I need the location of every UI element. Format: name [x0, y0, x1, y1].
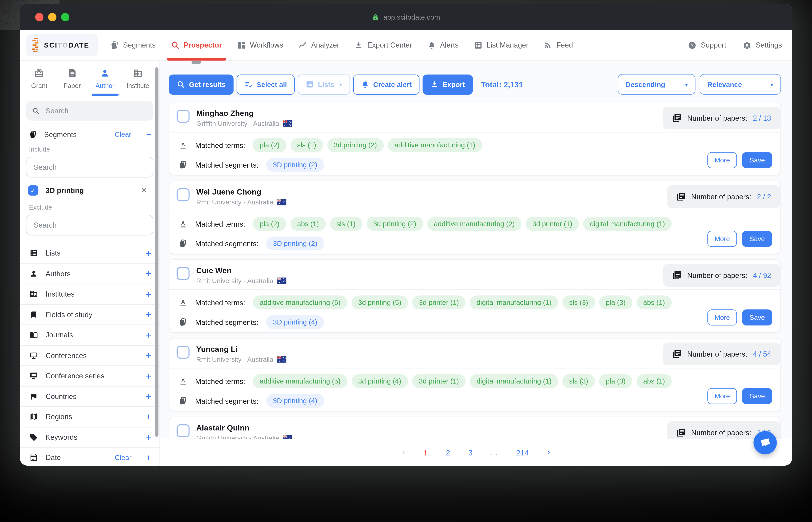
tab-grant[interactable]: Grant	[23, 64, 56, 96]
matched-segment-pill[interactable]: 3D printing (4)	[266, 315, 324, 329]
matched-term-pill[interactable]: additive manufacturing (5)	[253, 374, 347, 388]
page-button-214[interactable]: 214	[516, 448, 529, 457]
checkbox-checked[interactable]: ✓	[28, 185, 38, 196]
include-search[interactable]	[26, 157, 153, 178]
plus-icon[interactable]: +	[146, 432, 151, 442]
matched-term-pill[interactable]: abs (1)	[636, 296, 672, 309]
more-button[interactable]: More	[707, 231, 737, 247]
row-checkbox[interactable]	[177, 346, 190, 359]
sidebar-filter-journals[interactable]: Journals +	[20, 325, 159, 345]
close-window-button[interactable]	[35, 13, 44, 21]
sidebar-search[interactable]	[26, 101, 153, 120]
author-name[interactable]: Alastair Quinn	[196, 423, 292, 432]
sort-direction-dropdown[interactable]: Descending ▾	[618, 74, 695, 95]
more-button[interactable]: More	[707, 152, 737, 168]
save-button[interactable]: Save	[742, 309, 772, 325]
matched-term-pill[interactable]: abs (1)	[290, 217, 326, 231]
plus-icon[interactable]: +	[146, 248, 151, 258]
sidebar-filter-countries[interactable]: Countries +	[20, 386, 159, 407]
sidebar-filter-keywords[interactable]: Keywords +	[20, 427, 159, 447]
nav-item-export-center[interactable]: Export Center	[354, 30, 412, 60]
matched-term-pill[interactable]: 3d printing (2)	[327, 138, 384, 152]
nav-item-settings[interactable]: Settings	[743, 30, 782, 60]
author-name[interactable]: Yuncang Li	[196, 345, 286, 354]
matched-term-pill[interactable]: pla (2)	[253, 138, 286, 152]
address-bar[interactable]: app.scitodate.com	[372, 13, 440, 21]
matched-segment-pill[interactable]: 3D printing (4)	[266, 394, 324, 408]
save-button[interactable]: Save	[742, 231, 772, 247]
filter-clear-link[interactable]: Clear	[115, 454, 132, 461]
sidebar-filter-authors[interactable]: Authors +	[20, 264, 159, 284]
matched-term-pill[interactable]: pla (3)	[599, 374, 632, 388]
matched-term-pill[interactable]: sls (3)	[562, 374, 595, 388]
author-name[interactable]: Minghao Zheng	[196, 109, 292, 118]
page-button-1[interactable]: 1	[423, 448, 428, 457]
more-button[interactable]: More	[707, 388, 737, 404]
sidebar-filter-lists[interactable]: Lists +	[20, 243, 159, 264]
maximize-window-button[interactable]	[61, 13, 70, 21]
tab-author[interactable]: Author	[89, 64, 121, 96]
matched-term-pill[interactable]: digital manufacturing (1)	[583, 217, 672, 231]
matched-segment-pill[interactable]: 3D printing (2)	[266, 237, 324, 250]
row-checkbox[interactable]	[177, 267, 190, 280]
select-all-button[interactable]: Select all	[236, 74, 295, 95]
page-button-2[interactable]: 2	[446, 448, 450, 457]
sidebar-filter-date[interactable]: Date Clear +	[20, 448, 159, 466]
plus-icon[interactable]: +	[146, 269, 151, 279]
matched-term-pill[interactable]: 3d printing (2)	[366, 217, 423, 231]
more-button[interactable]: More	[707, 309, 737, 325]
matched-term-pill[interactable]: 3d printing (4)	[351, 374, 408, 388]
tab-paper[interactable]: Paper	[56, 64, 89, 96]
nav-item-support[interactable]: ? Support	[688, 30, 726, 60]
plus-icon[interactable]: +	[146, 371, 151, 381]
plus-icon[interactable]: +	[146, 392, 151, 401]
sidebar-filter-institutes[interactable]: Institutes +	[20, 284, 159, 304]
exclude-search-input[interactable]	[33, 220, 147, 230]
minimize-window-button[interactable]	[48, 13, 57, 21]
sidebar-filter-conferences[interactable]: Conferences +	[20, 345, 159, 366]
nav-item-segments[interactable]: Segments	[110, 30, 156, 60]
matched-term-pill[interactable]: digital manufacturing (1)	[470, 374, 558, 388]
nav-item-prospector[interactable]: Prospector	[171, 30, 222, 60]
matched-term-pill[interactable]: additive manufacturing (1)	[388, 138, 482, 152]
plus-icon[interactable]: +	[146, 453, 151, 463]
next-page-button[interactable]: ›	[547, 447, 550, 457]
nav-item-workflows[interactable]: Workflows	[237, 30, 283, 60]
matched-term-pill[interactable]: sls (1)	[330, 217, 362, 231]
author-name[interactable]: Wei Juene Chong	[196, 187, 286, 196]
matched-term-pill[interactable]: sls (1)	[290, 138, 323, 152]
page-button-3[interactable]: 3	[468, 448, 472, 457]
nav-item-list-manager[interactable]: List Manager	[473, 30, 528, 60]
chat-bubble-button[interactable]	[754, 431, 777, 455]
include-search-input[interactable]	[33, 162, 147, 172]
matched-term-pill[interactable]: digital manufacturing (1)	[470, 296, 558, 309]
matched-term-pill[interactable]: abs (1)	[636, 374, 672, 388]
get-results-button[interactable]: Get results	[169, 74, 233, 95]
matched-term-pill[interactable]: additive manufacturing (2)	[427, 217, 522, 231]
nav-item-analyzer[interactable]: Analyzer	[298, 30, 340, 60]
matched-term-pill[interactable]: 3d printer (1)	[412, 296, 466, 309]
create-alert-button[interactable]: Create alert	[353, 74, 420, 95]
collapse-minus-icon[interactable]: –	[146, 130, 151, 139]
lists-button[interactable]: Lists ▾	[298, 74, 350, 95]
plus-icon[interactable]: +	[146, 309, 151, 320]
plus-icon[interactable]: +	[146, 412, 151, 422]
save-button[interactable]: Save	[742, 152, 772, 168]
save-button[interactable]: Save	[742, 388, 772, 404]
sidebar-filter-fields-of-study[interactable]: Fields of study +	[20, 304, 159, 325]
nav-item-alerts[interactable]: Alerts	[427, 30, 459, 60]
matched-term-pill[interactable]: 3d printing (5)	[351, 296, 408, 309]
row-checkbox[interactable]	[177, 424, 190, 437]
remove-icon[interactable]: ✕	[141, 186, 147, 195]
matched-term-pill[interactable]: 3d printer (1)	[412, 374, 466, 388]
tab-institute[interactable]: Institute	[121, 64, 154, 96]
plus-icon[interactable]: +	[146, 350, 151, 360]
row-checkbox[interactable]	[177, 110, 190, 123]
plus-icon[interactable]: +	[146, 330, 151, 340]
sort-by-dropdown[interactable]: Relevance ▾	[700, 74, 781, 95]
matched-term-pill[interactable]: additive manufacturing (6)	[253, 296, 347, 309]
sidebar-search-input[interactable]	[45, 106, 147, 116]
export-button[interactable]: Export	[423, 74, 472, 95]
author-name[interactable]: Cuie Wen	[196, 266, 286, 275]
sidebar-filter-regions[interactable]: Regions +	[20, 407, 159, 427]
